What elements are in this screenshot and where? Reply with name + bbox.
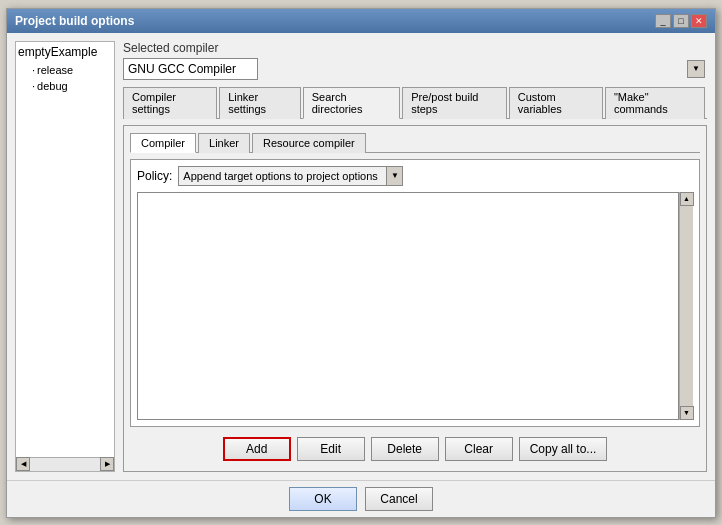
tab-custom-variables[interactable]: Custom variables (509, 87, 603, 119)
tab-pre-post-build-steps[interactable]: Pre/post build steps (402, 87, 507, 119)
outer-tabs: Compiler settings Linker settings Search… (123, 86, 707, 119)
minimize-button[interactable]: _ (655, 14, 671, 28)
tree-debug-dash: · (32, 80, 35, 92)
tab-search-directories[interactable]: Search directories (303, 87, 400, 119)
policy-select[interactable]: Append target options to project options… (178, 166, 403, 186)
compiler-row: Selected compiler GNU GCC Compiler ▼ (123, 41, 707, 80)
compiler-select-wrapper: GNU GCC Compiler ▼ (123, 58, 707, 80)
tree-item-debug[interactable]: · debug (16, 78, 114, 94)
tab-compiler[interactable]: Compiler (130, 133, 196, 153)
action-buttons-row: Add Edit Delete Clear Copy all to... (130, 433, 700, 465)
selected-compiler-label: Selected compiler (123, 41, 707, 55)
tree-scroll-track (30, 458, 100, 471)
compiler-select-arrow-icon: ▼ (687, 60, 705, 78)
add-button[interactable]: Add (223, 437, 291, 461)
maximize-button[interactable]: □ (673, 14, 689, 28)
tab-resource-compiler[interactable]: Resource compiler (252, 133, 366, 153)
scroll-up-button[interactable]: ▲ (680, 192, 694, 206)
dialog-body: emptyExample · release · debug ◀ ▶ (7, 33, 715, 480)
project-tree: emptyExample · release · debug ◀ ▶ (15, 41, 115, 472)
policy-select-wrapper: Append target options to project options… (178, 166, 403, 186)
tree-item-release[interactable]: · release (16, 62, 114, 78)
policy-label: Policy: (137, 169, 172, 183)
delete-button[interactable]: Delete (371, 437, 439, 461)
tree-hscrollbar: ◀ ▶ (16, 457, 114, 471)
compiler-select[interactable]: GNU GCC Compiler (123, 58, 258, 80)
tab-linker[interactable]: Linker (198, 133, 250, 153)
inner-tab-content: Policy: Append target options to project… (130, 159, 700, 427)
tab-make-commands[interactable]: "Make" commands (605, 87, 705, 119)
tab-linker-settings[interactable]: Linker settings (219, 87, 301, 119)
title-bar-buttons: _ □ ✕ (655, 14, 707, 28)
copy-all-to-button[interactable]: Copy all to... (519, 437, 608, 461)
outer-tab-content: Compiler Linker Resource compiler Policy… (123, 125, 707, 472)
right-panel: Selected compiler GNU GCC Compiler ▼ Com… (123, 41, 707, 472)
vertical-scrollbar: ▲ ▼ (679, 192, 693, 420)
project-build-options-dialog: Project build options _ □ ✕ emptyExample… (6, 8, 716, 518)
tree-debug-label: debug (37, 80, 68, 92)
dialog-title: Project build options (15, 14, 134, 28)
clear-button[interactable]: Clear (445, 437, 513, 461)
tree-scroll-left[interactable]: ◀ (16, 457, 30, 471)
tab-compiler-settings[interactable]: Compiler settings (123, 87, 217, 119)
ok-button[interactable]: OK (289, 487, 357, 511)
tree-release-label: release (37, 64, 73, 76)
tree-scroll-right[interactable]: ▶ (100, 457, 114, 471)
policy-row: Policy: Append target options to project… (137, 166, 693, 186)
edit-button[interactable]: Edit (297, 437, 365, 461)
scroll-track (680, 206, 693, 406)
dialog-footer: OK Cancel (7, 480, 715, 517)
tree-release-dash: · (32, 64, 35, 76)
inner-tabs: Compiler Linker Resource compiler (130, 132, 700, 153)
tree-item-root[interactable]: emptyExample (16, 42, 114, 62)
title-bar: Project build options _ □ ✕ (7, 9, 715, 33)
directories-list-area: ▲ ▼ (137, 192, 693, 420)
close-button[interactable]: ✕ (691, 14, 707, 28)
scroll-down-button[interactable]: ▼ (680, 406, 694, 420)
tree-root-label: emptyExample (18, 45, 97, 59)
cancel-button[interactable]: Cancel (365, 487, 433, 511)
directories-list[interactable] (137, 192, 679, 420)
